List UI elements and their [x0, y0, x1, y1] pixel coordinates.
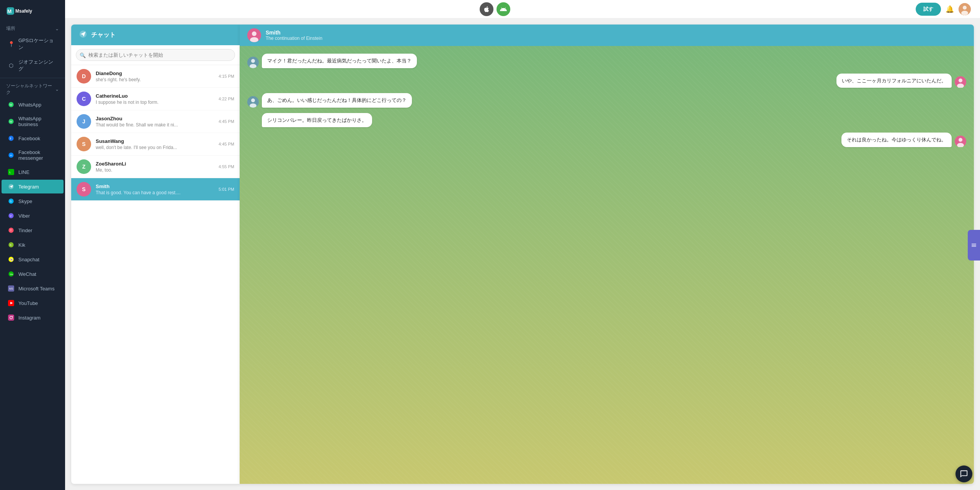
instagram-icon: [8, 314, 15, 321]
chat-avatar: J: [77, 114, 91, 129]
chat-support-button[interactable]: [956, 465, 972, 482]
svg-text:W: W: [10, 120, 12, 123]
chat-time: 4:55 PM: [219, 164, 234, 169]
whatsapp-business-icon: W: [8, 118, 15, 125]
svg-text:MS: MS: [9, 287, 13, 290]
sidebar-item-whatsapp[interactable]: W WhatsApp: [2, 98, 64, 111]
svg-text:S: S: [10, 200, 12, 203]
chat-name: SusanWang: [96, 138, 214, 144]
message-header-avatar: [247, 28, 261, 42]
message-row-m1: マイク！君だったんだね。最近病気だったって聞いたよ、本当？: [247, 54, 966, 68]
message-header: Smith The continuation of Einstein: [240, 25, 974, 46]
svg-point-33: [12, 316, 13, 317]
message-row-m3: あ、ごめん。いい感じだったんだね！具体的にどこ行っての？: [247, 93, 966, 108]
contact-avatar: [247, 96, 259, 108]
sidebar-item-facebook-messenger[interactable]: m Facebook messenger: [2, 146, 64, 164]
chat-time: 4:45 PM: [219, 119, 234, 124]
message-bubble: あ、ごめん。いい感じだったんだね！具体的にどこ行っての？: [262, 93, 412, 108]
svg-text:W: W: [10, 103, 12, 107]
gps-icon: 📍: [8, 41, 15, 48]
sidebar-item-gps[interactable]: 📍 GPSロケーション: [2, 34, 64, 54]
message-bubble: シリコンバレー。昨日戻ってきたばかりさ。: [262, 113, 372, 128]
topbar-center: [480, 2, 510, 16]
svg-text:Msafely: Msafely: [15, 8, 32, 14]
chat-info: Smith That is good. You can have a good …: [96, 184, 214, 195]
svg-text:L: L: [9, 170, 11, 174]
svg-point-48: [251, 98, 255, 102]
message-bubble: それは良かったね。今はゆっくり休んでね。: [841, 133, 952, 147]
sent-avatar: [955, 136, 966, 147]
chat-info: CatherineLuo I suppose he is not in top …: [96, 93, 214, 105]
sidebar-item-instagram[interactable]: Instagram: [2, 311, 64, 324]
chat-item-catherine[interactable]: C CatherineLuo I suppose he is not in to…: [71, 88, 240, 110]
sidebar-item-viber[interactable]: V Viber: [2, 209, 64, 223]
user-avatar[interactable]: [959, 3, 971, 15]
wechat-icon: We: [8, 270, 15, 277]
logo: M Msafely: [0, 0, 65, 22]
location-section-header[interactable]: 場所 ⌄: [0, 22, 65, 33]
main-area: 試す 🔔 チャット 🔍: [65, 0, 980, 490]
svg-rect-54: [972, 245, 976, 245]
message-bubble: マイク！君だったんだね。最近病気だったって聞いたよ、本当？: [262, 54, 417, 68]
sidebar-item-line[interactable]: L LINE: [2, 165, 64, 179]
sent-avatar: [955, 76, 966, 88]
topbar-right: 試す 🔔: [916, 3, 971, 16]
message-row-m5: それは良かったね。今はゆっくり休んでね。: [247, 133, 966, 147]
right-panel-button[interactable]: [968, 230, 980, 261]
sidebar-item-snapchat[interactable]: 👻 Snapchat: [2, 252, 64, 266]
sidebar-item-wechat[interactable]: We WeChat: [2, 267, 64, 281]
chat-preview: I suppose he is not in top form.: [96, 100, 214, 105]
sidebar-item-kik[interactable]: K Kik: [2, 238, 64, 252]
sidebar-item-skype[interactable]: S Skype: [2, 194, 64, 208]
android-button[interactable]: [497, 2, 510, 16]
chat-item-zoe[interactable]: Z ZoeSharonLi Me, too. 4:55 PM: [71, 156, 240, 178]
telegram-header-icon: [79, 30, 87, 40]
sidebar-item-geofencing[interactable]: ⬡ ジオフェンシング: [2, 55, 64, 76]
svg-rect-31: [8, 315, 14, 321]
try-button[interactable]: 試す: [916, 3, 941, 16]
notification-bell-icon[interactable]: 🔔: [946, 5, 954, 13]
chat-preview: well, don't be late. I'll see you on Fri…: [96, 145, 214, 150]
sidebar-item-facebook[interactable]: f Facebook: [2, 131, 64, 145]
chat-info: JasonZhou That would be fine. Shall we m…: [96, 116, 214, 128]
messenger-icon: m: [8, 152, 15, 159]
chat-info: SusanWang well, don't be late. I'll see …: [96, 138, 214, 150]
sidebar-item-whatsapp-business[interactable]: W WhatsApp business: [2, 112, 64, 131]
chat-item-diane[interactable]: D DianeDong she's right. he's beefy. 4:1…: [71, 65, 240, 88]
svg-point-35: [963, 6, 967, 10]
chat-name: ZoeSharonLi: [96, 161, 214, 167]
sidebar-item-msteams[interactable]: MS Microsoft Teams: [2, 282, 64, 295]
chat-name: JasonZhou: [96, 116, 214, 121]
chat-name: CatherineLuo: [96, 93, 214, 99]
ios-button[interactable]: [480, 2, 493, 16]
sidebar-item-tinder[interactable]: T Tinder: [2, 223, 64, 237]
chat-panel: チャット 🔍 D DianeDong she's right. he's bee…: [71, 25, 240, 484]
chat-avatar: S: [77, 137, 91, 151]
chat-item-smith[interactable]: S Smith That is good. You can have a goo…: [71, 178, 240, 201]
chat-item-jason[interactable]: J JasonZhou That would be fine. Shall we…: [71, 110, 240, 133]
content-area: チャット 🔍 D DianeDong she's right. he's bee…: [65, 18, 980, 490]
message-header-info: Smith The continuation of Einstein: [266, 29, 322, 41]
chat-avatar: S: [77, 182, 91, 197]
sidebar-item-youtube[interactable]: YouTube: [2, 296, 64, 310]
search-input[interactable]: [76, 49, 235, 61]
svg-point-42: [251, 59, 255, 63]
telegram-icon: [8, 183, 15, 190]
svg-point-36: [961, 11, 968, 15]
msteams-icon: MS: [8, 285, 15, 292]
social-section-header[interactable]: ソーシャルネットワーク ⌄: [0, 80, 65, 97]
topbar: 試す 🔔: [65, 0, 980, 18]
chat-time: 4:45 PM: [219, 142, 234, 146]
chat-name: DianeDong: [96, 70, 214, 76]
chat-preview: she's right. he's beefy.: [96, 77, 214, 82]
message-area: Smith The continuation of Einstein マイク！君…: [240, 25, 974, 484]
chat-time: 5:01 PM: [219, 187, 234, 192]
chat-avatar: C: [77, 92, 91, 106]
line-icon: L: [8, 169, 15, 175]
chat-time: 4:15 PM: [219, 74, 234, 79]
svg-text:👻: 👻: [10, 258, 13, 261]
svg-text:K: K: [10, 243, 12, 247]
chat-list: D DianeDong she's right. he's beefy. 4:1…: [71, 65, 240, 484]
chat-item-susan[interactable]: S SusanWang well, don't be late. I'll se…: [71, 133, 240, 156]
sidebar-item-telegram[interactable]: Telegram: [2, 180, 64, 193]
